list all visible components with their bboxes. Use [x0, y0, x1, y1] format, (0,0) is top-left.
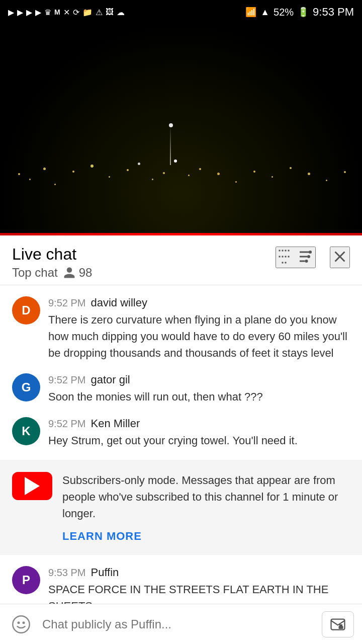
status-bar: ▶ ▶ ▶ ▶ ♛ M ✕ ⟳ 📁 ⚠ 🖼 ☁ 📶 ▲ 52% 🔋 9:53 P…: [0, 0, 362, 24]
icon-folder: 📁: [82, 8, 93, 17]
close-button[interactable]: [330, 247, 350, 268]
table-row: g 9:52 PM gator gil Soon the monies will…: [0, 367, 362, 411]
svg-point-5: [23, 621, 25, 624]
time-display: 9:53 PM: [313, 6, 354, 19]
table-row: K 9:52 PM Ken Miller Hey Strum, get out …: [0, 411, 362, 455]
message-text: Soon the monies will run out, then what …: [48, 388, 350, 405]
message-content: 9:52 PM david willey There is zero curva…: [48, 296, 350, 361]
avatar: d: [12, 296, 40, 325]
sliders-icon: [297, 248, 315, 266]
icon-m: M: [54, 8, 60, 16]
svg-point-0: [309, 251, 312, 254]
icon-sync: ⟳: [73, 8, 79, 17]
chat-header: Live chat Top chat 98: [0, 235, 362, 285]
progress-bar: [0, 233, 362, 235]
message-author: Ken Miller: [90, 417, 140, 430]
status-icons-left: ▶ ▶ ▶ ▶ ♛ M ✕ ⟳ 📁 ⚠ 🖼 ☁: [8, 8, 125, 17]
message-author: david willey: [90, 296, 147, 309]
svg-rect-7: [339, 626, 343, 629]
signal-icon: ▲: [260, 7, 269, 18]
message-time: 9:52 PM: [48, 297, 85, 309]
message-time: 9:52 PM: [48, 418, 85, 430]
message-time: 9:53 PM: [48, 567, 85, 579]
svg-point-4: [18, 621, 20, 624]
icon-youtube4: ▶: [35, 8, 41, 17]
viewer-number: 98: [79, 266, 93, 280]
message-content: 9:52 PM Ken Miller Hey Strum, get out yo…: [48, 417, 350, 449]
icon-youtube3: ▶: [26, 8, 32, 17]
subscribers-notice: Subscribers-only mode. Messages that app…: [0, 460, 362, 555]
svg-point-3: [13, 616, 29, 632]
avatar: P: [12, 566, 40, 594]
battery-percent: 52%: [274, 7, 294, 18]
message-text: There is zero curvature when flying in a…: [48, 311, 350, 361]
icon-youtube2: ▶: [17, 8, 23, 17]
message-author: Puffin: [90, 566, 119, 579]
filter-icon: [277, 248, 295, 266]
emoji-button[interactable]: [8, 611, 34, 637]
message-text: Hey Strum, get out your crying towel. Yo…: [48, 432, 350, 449]
close-icon: [331, 248, 349, 266]
avatar: K: [12, 417, 40, 445]
message-author: gator gil: [90, 373, 130, 386]
viewer-count-display: 98: [63, 266, 93, 280]
icon-crown: ♛: [44, 8, 51, 17]
wifi-icon: 📶: [245, 7, 256, 18]
filter-button[interactable]: [276, 247, 316, 268]
person-icon: [63, 266, 76, 279]
avatar: g: [12, 373, 40, 401]
youtube-logo: [12, 472, 52, 500]
icon-youtube: ▶: [8, 8, 14, 17]
chat-input-area: [0, 604, 362, 644]
icon-warning: ⚠: [96, 8, 103, 17]
send-button[interactable]: [322, 611, 354, 637]
icon-x: ✕: [63, 8, 70, 17]
notice-text: Subscribers-only mode. Messages that app…: [62, 472, 350, 522]
svg-point-2: [305, 260, 308, 263]
chat-messages: d 9:52 PM david willey There is zero cur…: [0, 285, 362, 644]
svg-point-1: [307, 255, 310, 258]
table-row: d 9:52 PM david willey There is zero cur…: [0, 290, 362, 367]
message-time: 9:52 PM: [48, 374, 85, 386]
live-chat-title: Live chat: [12, 245, 92, 264]
notice-content: Subscribers-only mode. Messages that app…: [62, 472, 350, 543]
send-icon: [329, 615, 347, 633]
status-icons-right: 📶 ▲ 52% 🔋 9:53 PM: [245, 6, 354, 19]
learn-more-button[interactable]: LEARN MORE: [62, 530, 350, 543]
message-content: 9:52 PM gator gil Soon the monies will r…: [48, 373, 350, 405]
chat-mode-label[interactable]: Top chat: [12, 266, 58, 280]
icon-cloud: ☁: [117, 8, 125, 17]
battery-icon: 🔋: [298, 7, 309, 18]
video-player[interactable]: [0, 24, 362, 235]
youtube-play-icon: [25, 477, 40, 495]
emoji-icon: [11, 614, 31, 634]
chat-input[interactable]: [42, 617, 314, 631]
icon-gallery: 🖼: [106, 8, 114, 17]
